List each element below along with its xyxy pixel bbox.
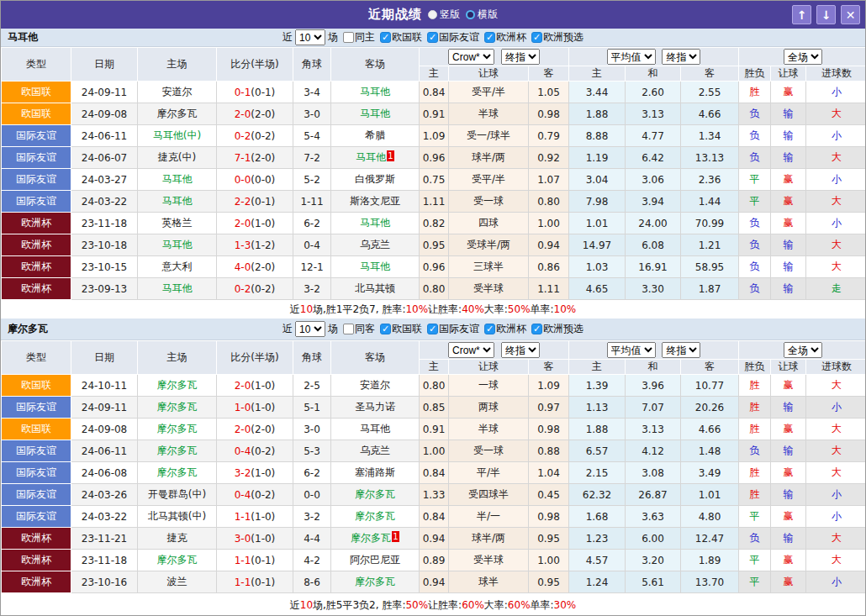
col-header-score: 比分(半场)	[217, 341, 293, 375]
avg-home-odds: 3.44	[569, 82, 626, 103]
wdl-result: 平	[739, 550, 771, 571]
scroll-up-button[interactable]: ↑	[792, 5, 811, 24]
league-label: 欧洲杯	[496, 30, 526, 45]
avg-away-odds: 1.21	[681, 234, 739, 256]
halftime-score: (2-0)	[251, 108, 275, 120]
goals-result: 大	[806, 528, 866, 550]
avg-source-select[interactable]: 平均值	[607, 342, 656, 358]
avg-source-select[interactable]: 平均值	[607, 49, 656, 65]
layout-radio-horizontal[interactable]: 横版	[466, 8, 498, 22]
same-away-checkbox[interactable]	[343, 324, 354, 334]
avg-away-odds: 2.36	[681, 169, 739, 191]
away-team-name: 乌克兰	[360, 239, 390, 250]
layout-radio-vertical[interactable]: 竖版	[428, 8, 460, 22]
halftime-score: (2-0)	[251, 152, 275, 164]
avg-away-odds: 12.47	[681, 528, 739, 550]
match-row: 欧洲杯23-11-18摩尔多瓦1-1(0-1)4-2阿尔巴尼亚0.89受半球1.…	[2, 550, 866, 571]
summary-segment: 场,胜1平2负7, 胜率:	[313, 303, 405, 317]
avg-home-odds: 1.88	[569, 103, 626, 125]
same-home-checkbox[interactable]	[343, 32, 354, 43]
section-summary: 近10场,胜1平2负7, 胜率:10% 让胜率:40% 大率:50% 单率:10…	[1, 300, 865, 319]
odds-source-select[interactable]: Crow*	[448, 342, 494, 358]
odds-stage-select[interactable]: 终指	[501, 49, 540, 65]
scope-select[interactable]: 全场	[784, 49, 822, 65]
halftime-score: (1-0)	[251, 380, 275, 392]
league-badge: 国际友谊	[2, 462, 71, 484]
home-team-name: 马耳他	[162, 173, 193, 185]
recent-count-select[interactable]: 10	[295, 321, 325, 337]
scope-select[interactable]: 全场	[784, 342, 822, 358]
corner-count: 2-5	[293, 375, 331, 397]
league-checkbox-friendly[interactable]: ✓	[427, 324, 438, 334]
corner-count: 4-4	[293, 528, 331, 550]
league-checkbox-nations[interactable]: ✓	[380, 32, 391, 43]
score-cell: 1-0(1-0)	[217, 397, 293, 419]
goals-result: 小	[806, 213, 866, 234]
odds-away: 0.92	[529, 147, 569, 169]
avg-home-odds: 1.13	[569, 397, 626, 419]
home-team: 马耳他(中)	[138, 125, 217, 147]
col-header-odds-away: 客	[529, 66, 569, 82]
away-team-name: 马耳他	[360, 86, 390, 97]
avg-away-odds: 1.34	[681, 125, 739, 147]
avg-home-odds: 1.24	[569, 571, 626, 593]
avg-stage-select[interactable]: 终指	[662, 49, 700, 65]
league-checkbox-friendly[interactable]: ✓	[427, 32, 438, 43]
score-cell: 0-4(0-2)	[217, 440, 293, 462]
avg-stage-select[interactable]: 终指	[662, 342, 700, 358]
avg-away-odds: 20.26	[681, 397, 739, 419]
avg-draw-odds: 3.30	[626, 278, 681, 300]
avg-draw-odds: 3.63	[626, 506, 681, 528]
scroll-down-button[interactable]: ↓	[816, 5, 836, 24]
odds-source-select[interactable]: Crow*	[448, 49, 494, 65]
match-date: 24-10-11	[71, 375, 138, 397]
col-header-away: 客场	[331, 341, 420, 375]
league-checkbox-euro[interactable]: ✓	[484, 32, 495, 43]
league-checkbox-euroqual[interactable]: ✓	[531, 32, 542, 43]
odds-home: 1.11	[420, 191, 449, 213]
match-date: 24-06-11	[71, 125, 138, 147]
near-label: 近	[283, 322, 293, 336]
home-team: 英格兰	[138, 213, 217, 234]
corner-count: 1-11	[293, 191, 331, 213]
halftime-score: (1-0)	[251, 467, 275, 479]
league-checkbox-nations[interactable]: ✓	[380, 324, 391, 334]
avg-away-odds: 70.99	[681, 213, 739, 234]
home-team: 马耳他	[138, 169, 217, 191]
wdl-result: 平	[739, 169, 771, 191]
col-header-avg-away: 客	[681, 360, 739, 375]
handicap-result: 赢	[771, 375, 806, 397]
col-header-score: 比分(半场)	[217, 48, 293, 82]
col-header-handicap: 让球	[449, 66, 529, 82]
league-checkbox-euroqual[interactable]: ✓	[531, 324, 542, 334]
avg-home-odds: 8.88	[569, 125, 626, 147]
goals-result: 小	[806, 397, 866, 419]
away-team: 阿尔巴尼亚	[331, 550, 420, 571]
match-row: 欧洲杯23-10-15意大利4-0(2-0)12-1马耳他0.96三球半0.86…	[2, 256, 866, 278]
check-icon: ✓	[429, 32, 436, 43]
league-checkbox-euro[interactable]: ✓	[484, 324, 495, 334]
home-team-name: 捷克(中)	[158, 151, 196, 163]
league-label: 国际友谊	[439, 30, 479, 45]
up-arrow-icon: ↑	[797, 8, 807, 22]
home-team: 安道尔	[138, 82, 217, 103]
col-header-odds-home: 主	[420, 66, 449, 82]
odds-stage-select[interactable]: 终指	[501, 342, 540, 358]
match-date: 24-06-11	[71, 440, 138, 462]
halftime-score: (0-0)	[251, 174, 275, 186]
radio-vertical-label: 竖版	[440, 8, 460, 22]
avg-home-odds: 1.68	[569, 506, 626, 528]
wdl-result: 胜	[739, 375, 771, 397]
corner-count: 3-2	[293, 278, 331, 300]
avg-home-odds: 1.01	[569, 213, 626, 234]
goals-result: 大	[806, 440, 866, 462]
recent-count-select[interactable]: 10	[295, 29, 325, 45]
away-team-name: 马耳他	[360, 423, 390, 434]
home-team-name: 英格兰	[162, 217, 193, 229]
close-button[interactable]: ✕	[841, 5, 860, 24]
fulltime-score: 2-0	[235, 424, 251, 435]
match-date: 23-09-13	[71, 278, 138, 300]
away-team-name: 乌克兰	[360, 445, 390, 456]
note-badge: 1	[387, 150, 394, 161]
col-header-avg-home: 主	[569, 360, 626, 375]
